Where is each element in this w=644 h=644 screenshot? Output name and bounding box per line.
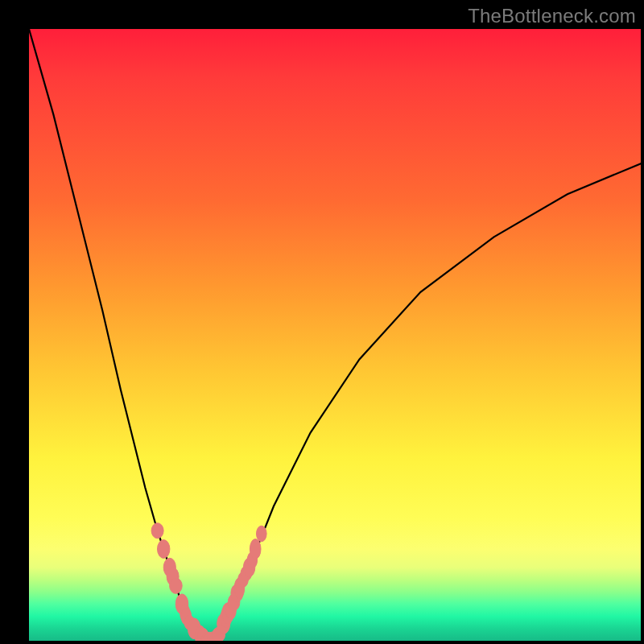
bottleneck-curve-path <box>29 29 641 641</box>
bottleneck-curve-svg <box>29 29 641 641</box>
watermark-label: TheBottleneck.com <box>468 5 636 27</box>
marker-dot <box>151 523 163 539</box>
chart-frame: TheBottleneck.com <box>0 0 644 644</box>
marker-dot <box>170 578 183 593</box>
marker-dot <box>158 540 170 559</box>
plot-area <box>29 29 641 641</box>
marker-dot <box>257 526 267 542</box>
marker-dot <box>250 539 261 559</box>
marker-group <box>151 523 266 641</box>
